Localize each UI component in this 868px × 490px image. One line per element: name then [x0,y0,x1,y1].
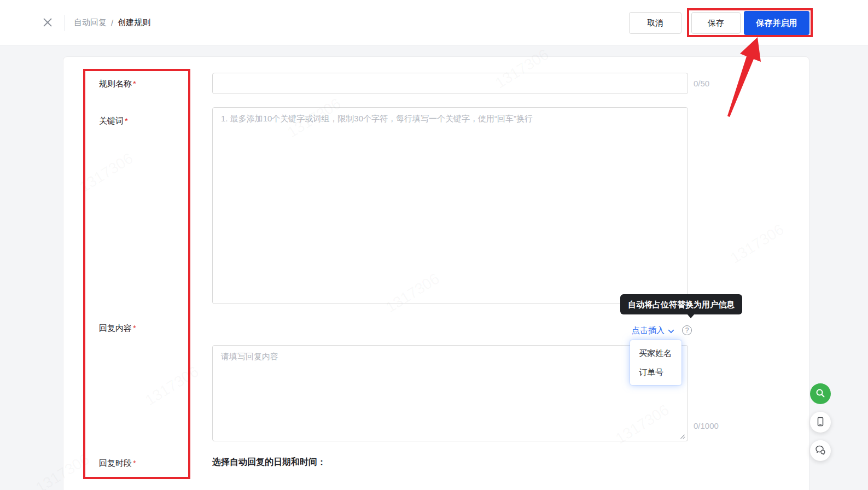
breadcrumb-section[interactable]: 自动回复 [74,18,107,28]
rule-name-label-text: 规则名称 [99,79,132,88]
breadcrumb: 自动回复 / 创建规则 [74,0,150,45]
auto-reply-rule-page: 1317306 1317306 1317306 1317306 1317306 … [0,0,868,490]
header-bar: 自动回复 / 创建规则 取消 保存 保存并启用 [0,0,868,45]
rule-name-counter: 0/50 [694,79,709,88]
rule-name-input[interactable] [212,73,688,94]
mobile-float-button[interactable] [810,412,831,433]
keywords-label: 关键词* [99,116,128,126]
close-icon [38,17,57,28]
chat-bubbles-icon [814,444,826,458]
chat-float-button[interactable] [810,440,831,461]
reply-content-label: 回复内容* [99,323,136,334]
dropdown-item-buyer-name[interactable]: 买家姓名 [630,343,681,363]
reply-time-description: 选择自动回复的日期和时间： [212,457,326,468]
tooltip-caret [687,314,695,318]
reply-content-label-text: 回复内容 [99,323,132,332]
insert-placeholder-row: 点击插入 ? [632,324,692,336]
rule-name-label: 规则名称* [99,79,136,89]
keywords-textarea[interactable] [212,107,688,304]
reply-time-label: 回复时段* [99,458,136,469]
save-and-enable-button[interactable]: 保存并启用 [744,11,809,35]
reply-time-label-text: 回复时段 [99,458,132,468]
textarea-resize-handle[interactable] [680,433,686,439]
save-button[interactable]: 保存 [691,12,741,34]
required-asterisk: * [133,79,136,88]
required-asterisk: * [133,323,136,332]
dropdown-item-order-number[interactable]: 订单号 [630,363,681,382]
mobile-phone-icon [815,416,826,429]
search-float-button[interactable] [810,383,831,404]
insert-placeholder-dropdown: 买家姓名 订单号 [630,340,681,385]
chevron-down-icon [668,326,674,335]
search-icon [815,388,826,400]
close-button[interactable] [38,13,57,32]
keywords-label-text: 关键词 [99,116,124,125]
cancel-button[interactable]: 取消 [629,12,681,34]
reply-content-textarea[interactable] [212,345,688,441]
help-icon[interactable]: ? [682,325,692,335]
required-asterisk: * [125,116,128,125]
reply-content-counter: 0/1000 [694,421,719,430]
breadcrumb-current: 创建规则 [118,18,150,28]
header-divider [65,15,65,31]
insert-placeholder-link[interactable]: 点击插入 [632,325,674,336]
placeholder-tooltip: 自动将占位符替换为用户信息 [620,294,742,314]
required-asterisk: * [133,458,136,468]
insert-placeholder-label: 点击插入 [632,325,665,336]
breadcrumb-separator: / [111,18,113,27]
